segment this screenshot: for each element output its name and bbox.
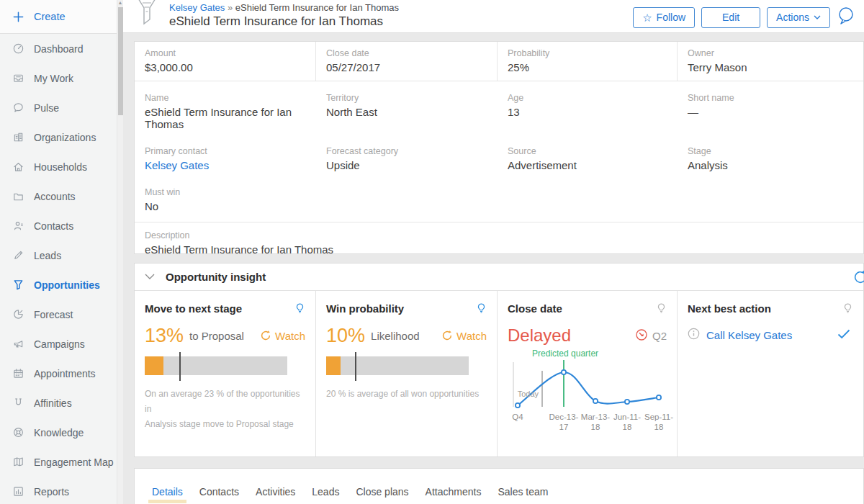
card-title: Next best action [688,302,771,315]
close-date-status: Delayed [508,325,571,346]
sidebar-item-knowledge[interactable]: Knowledge [0,418,117,447]
sidebar-item-affinities[interactable]: Affinities [0,388,117,418]
watch-button[interactable]: Watch [441,330,487,342]
tab-details[interactable]: Details [152,486,183,498]
bar-chart-icon [12,485,24,498]
tab-close-plans[interactable]: Close plans [356,486,408,498]
tab-contacts[interactable]: Contacts [199,486,239,498]
breadcrumb-current: eShield Term Insurance for Ian Thomas [235,2,399,13]
building-icon [12,131,24,144]
watch-refresh-icon [441,330,453,341]
tab-sales-team[interactable]: Sales team [498,486,548,498]
call-action-link[interactable]: Call Kelsey Gates [706,329,792,341]
star-icon: ☆ [642,12,652,23]
field-stage: Stage Analysis [678,138,863,179]
field-close-date: Close date 05/27/2017 [316,42,498,81]
sidebar-item-dashboard[interactable]: Dashboard [0,34,117,63]
sidebar-item-pulse[interactable]: Pulse [0,93,117,122]
chat-bubble-icon[interactable] [837,6,855,29]
card-move-to-next-stage: Move to next stage 13% to Proposal Watch… [135,291,316,456]
chart-x-labels: Q4 Dec-13- 17 Mar-13- 18 Jun-11- 18 [508,412,667,433]
predicted-quarter-value: Q2 [652,330,667,342]
field-forecast-category: Forecast category Upside [316,138,498,179]
progress-fill [326,356,341,375]
record-header: Kelsey Gates » eShield Term Insurance fo… [123,0,864,33]
check-icon[interactable] [837,329,850,342]
delayed-icon [635,328,648,343]
refresh-icon[interactable] [852,269,864,288]
sidebar-item-reports[interactable]: Reports [0,477,117,504]
tab-attachments[interactable]: Attachments [426,486,482,498]
stage-move-percentage: 13% [145,325,184,347]
insight-header: Opportunity insight [135,264,863,291]
page-title: eShield Term Insurance for Ian Thomas [169,14,399,29]
sidebar-scrollbar[interactable]: ▲ [117,0,123,504]
bulb-icon [842,302,853,318]
card-win-probability: Win probability 10% Likelihood Watch 20 … [316,291,498,456]
pie-icon [12,308,24,321]
sidebar-item-forecast[interactable]: Forecast [0,300,117,329]
sidebar-item-households[interactable]: Households [0,152,117,181]
card-title: Move to next stage [145,302,242,315]
follow-button[interactable]: ☆ Follow [633,7,695,28]
card-next-best-action: Next best action Call Kelsey Gates [678,291,863,456]
card-caption: On an average 23 % of the opportunities … [145,387,305,432]
sidebar-item-organizations[interactable]: Organizations [0,122,117,152]
scroll-up-arrow-icon[interactable]: ▲ [117,0,123,5]
chart-line [518,372,659,405]
funnel-icon [12,279,24,292]
house-icon [12,161,24,174]
breadcrumb: Kelsey Gates » eShield Term Insurance fo… [169,2,399,29]
sidebar: Create Dashboard My Work Pulse Organizat… [0,0,117,504]
field-description: Description eShield Term Insurance for I… [135,222,863,266]
sidebar-item-opportunities[interactable]: Opportunities [0,270,117,300]
opportunity-funnel-icon [135,0,159,30]
sidebar-item-campaigns[interactable]: Campaigns [0,329,117,359]
summary-row: Amount $3,000.00 Close date 05/27/2017 P… [135,42,863,81]
close-date-chart: Predicted quarter Today Q4 Dec-13- 17 [508,348,667,433]
watch-button[interactable]: Watch [260,330,305,342]
insight-cards: Move to next stage 13% to Proposal Watch… [135,291,863,456]
next-action-row: Call Kelsey Gates [688,328,853,343]
sidebar-item-engagement-map[interactable]: Engagement Map [0,447,117,477]
dashboard-icon [12,42,24,55]
scrollbar-thumb[interactable] [118,7,123,115]
field-source: Source Advertisement [498,138,678,179]
tab-leads[interactable]: Leads [312,486,339,498]
sidebar-item-appointments[interactable]: Appointments [0,359,117,388]
field-short-name: Short name — [678,85,863,138]
progress-fill [145,356,163,375]
magnet-icon [12,397,24,410]
data-point [625,400,629,404]
tab-activities[interactable]: Activities [256,486,295,498]
info-icon [688,328,700,343]
breadcrumb-link[interactable]: Kelsey Gates [169,2,225,13]
actions-button[interactable]: Actions [767,7,830,28]
folder-icon [12,190,24,203]
header-actions: ☆ Follow Edit Actions [633,6,855,29]
inbox-icon [12,72,24,85]
card-caption: 20 % is average of all won opportunities [326,387,487,402]
breadcrumb-separator: » [228,2,233,13]
sidebar-item-accounts[interactable]: Accounts [0,181,117,211]
plus-icon [12,10,24,23]
bulb-icon [476,302,487,318]
opportunity-insight-panel: Opportunity insight Move to next stage 1… [134,263,864,457]
field-amount: Amount $3,000.00 [135,42,316,81]
sidebar-nav: Dashboard My Work Pulse Organizations Ho… [0,34,117,504]
field-primary-contact: Primary contact Kelsey Gates [135,138,316,179]
insight-title: Opportunity insight [166,271,266,283]
edit-button[interactable]: Edit [701,7,760,28]
predicted-quarter-label: Predicted quarter [532,348,598,359]
data-point [593,399,598,403]
sidebar-item-my-work[interactable]: My Work [0,63,117,93]
stage-progress-bar [145,356,287,375]
sidebar-item-leads[interactable]: Leads [0,240,117,270]
collapse-chevron-icon[interactable] [145,274,155,280]
card-title: Win probability [326,302,404,315]
likelihood-progress-bar [326,356,469,375]
primary-contact-link[interactable]: Kelsey Gates [145,159,306,171]
pencil-icon [12,249,24,262]
sidebar-item-create[interactable]: Create [0,0,117,34]
sidebar-item-contacts[interactable]: Contacts [0,211,117,240]
